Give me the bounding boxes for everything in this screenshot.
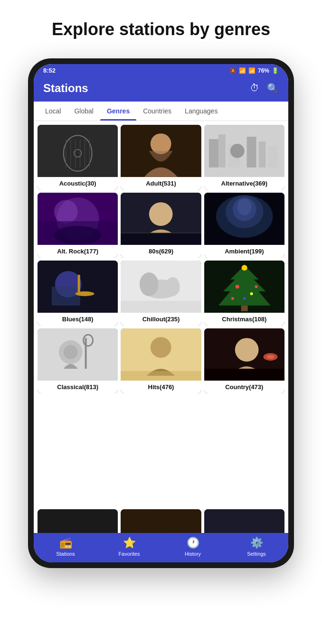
nav-settings[interactable]: ⚙️ Settings xyxy=(240,537,273,557)
nav-history[interactable]: 🕐 History xyxy=(176,537,209,557)
history-icon: 🕐 xyxy=(187,537,199,549)
svg-point-48 xyxy=(243,297,246,300)
phone-frame: 8:52 🔕 📶 📶 76% 🔋 Stations ⏱ 🔍 Local Glob… xyxy=(28,58,294,568)
genre-acoustic[interactable]: Acoustic(30) xyxy=(38,125,118,190)
genre-alternative-label: Alternative(369) xyxy=(204,177,284,190)
svg-rect-66 xyxy=(121,509,201,533)
genre-adult[interactable]: Adult(531) xyxy=(121,125,201,190)
genre-altrock-image xyxy=(38,193,118,245)
tab-countries[interactable]: Countries xyxy=(136,102,178,121)
app-bar-icons: ⏱ 🔍 xyxy=(250,83,279,94)
settings-label: Settings xyxy=(247,551,266,557)
genre-acoustic-image xyxy=(38,125,118,177)
partial-card-1 xyxy=(38,509,118,533)
favorites-label: Favorites xyxy=(118,551,140,557)
genre-chillout[interactable]: Chillout(235) xyxy=(121,261,201,326)
status-right: 🔕 📶 📶 76% 🔋 xyxy=(229,67,279,74)
svg-point-49 xyxy=(231,297,234,300)
genre-altrock-label: Alt. Rock(177) xyxy=(38,245,118,258)
svg-point-61 xyxy=(235,338,258,362)
genre-hits-image xyxy=(121,328,201,381)
svg-rect-16 xyxy=(258,141,265,168)
genre-adult-label: Adult(531) xyxy=(121,177,201,190)
genre-ambient-label: Ambient(199) xyxy=(204,245,284,258)
favorites-icon: ⭐ xyxy=(123,537,136,549)
tab-genres[interactable]: Genres xyxy=(100,102,136,121)
bottom-nav: 📻 Stations ⭐ Favorites 🕐 History ⚙️ Sett… xyxy=(34,533,288,562)
svg-rect-67 xyxy=(204,509,284,533)
stations-icon: 📻 xyxy=(59,537,72,549)
genre-80s-image xyxy=(121,193,201,245)
svg-rect-37 xyxy=(78,275,80,294)
genre-classical-label: Classical(813) xyxy=(38,381,118,393)
signal-icon: 📶 xyxy=(248,67,256,74)
genre-acoustic-label: Acoustic(30) xyxy=(38,177,118,190)
search-icon[interactable]: 🔍 xyxy=(267,83,279,94)
svg-point-41 xyxy=(166,277,180,296)
svg-rect-35 xyxy=(52,287,80,306)
svg-rect-62 xyxy=(204,369,284,381)
tab-local[interactable]: Local xyxy=(38,102,67,121)
svg-point-64 xyxy=(266,355,274,359)
timer-icon[interactable]: ⏱ xyxy=(250,83,259,94)
svg-rect-13 xyxy=(218,134,226,168)
svg-point-21 xyxy=(54,200,78,224)
svg-point-23 xyxy=(54,226,102,245)
battery-icon: 🔋 xyxy=(272,67,279,74)
genre-ambient-image xyxy=(204,193,284,245)
genre-alternative-image xyxy=(204,125,284,177)
svg-rect-65 xyxy=(38,509,118,533)
genre-blues-image xyxy=(38,261,118,313)
genre-christmas-label: Christmas(108) xyxy=(204,313,284,326)
genre-chillout-label: Chillout(235) xyxy=(121,313,201,326)
genre-ambient[interactable]: Ambient(199) xyxy=(204,193,284,258)
genre-country[interactable]: Country(473) xyxy=(204,328,284,393)
genre-christmas-image xyxy=(204,261,284,313)
settings-icon: ⚙️ xyxy=(250,537,263,549)
genre-country-label: Country(473) xyxy=(204,381,284,393)
svg-point-58 xyxy=(151,337,171,358)
svg-point-51 xyxy=(241,265,247,271)
svg-point-18 xyxy=(230,144,244,158)
genre-classical[interactable]: Classical(813) xyxy=(38,328,118,393)
genre-grid: Acoustic(30) Adult(531) xyxy=(34,121,288,509)
svg-rect-59 xyxy=(121,371,201,381)
svg-rect-12 xyxy=(209,139,218,168)
svg-rect-45 xyxy=(241,306,247,311)
mute-icon: 🔕 xyxy=(229,67,237,74)
genre-christmas[interactable]: Christmas(108) xyxy=(204,261,284,326)
phone-screen: 8:52 🔕 📶 📶 76% 🔋 Stations ⏱ 🔍 Local Glob… xyxy=(34,64,288,562)
genre-chillout-image xyxy=(121,261,201,313)
page-title: Explore stations by genres xyxy=(42,0,280,49)
genre-80s-label: 80s(629) xyxy=(121,245,201,258)
tab-global[interactable]: Global xyxy=(67,102,100,121)
stations-label: Stations xyxy=(56,551,75,557)
genre-blues-label: Blues(148) xyxy=(38,313,118,326)
genre-80s[interactable]: 80s(629) xyxy=(121,193,201,258)
genre-hits[interactable]: Hits(476) xyxy=(121,328,201,393)
svg-rect-55 xyxy=(85,338,87,369)
nav-stations[interactable]: 📻 Stations xyxy=(49,537,82,557)
tab-languages[interactable]: Languages xyxy=(178,102,224,121)
svg-point-50 xyxy=(255,285,257,288)
genre-hits-label: Hits(476) xyxy=(121,381,201,393)
wifi-icon: 📶 xyxy=(239,67,246,74)
genre-classical-image xyxy=(38,328,118,381)
svg-point-47 xyxy=(250,292,253,295)
svg-point-25 xyxy=(149,202,173,226)
genre-blues[interactable]: Blues(148) xyxy=(38,261,118,326)
app-title: Stations xyxy=(43,82,88,95)
nav-favorites[interactable]: ⭐ Favorites xyxy=(113,537,146,557)
partial-card-2 xyxy=(121,509,201,533)
genre-alternative[interactable]: Alternative(369) xyxy=(204,125,284,190)
svg-rect-15 xyxy=(246,137,256,168)
battery-level: 76% xyxy=(258,67,269,74)
genre-adult-image xyxy=(121,125,201,177)
svg-point-46 xyxy=(235,285,239,289)
partial-card-3 xyxy=(204,509,284,533)
partial-row xyxy=(34,509,288,533)
status-bar: 8:52 🔕 📶 📶 76% 🔋 xyxy=(34,64,288,77)
svg-rect-17 xyxy=(268,146,277,168)
svg-rect-26 xyxy=(121,233,201,245)
genre-altrock[interactable]: Alt. Rock(177) xyxy=(38,193,118,258)
